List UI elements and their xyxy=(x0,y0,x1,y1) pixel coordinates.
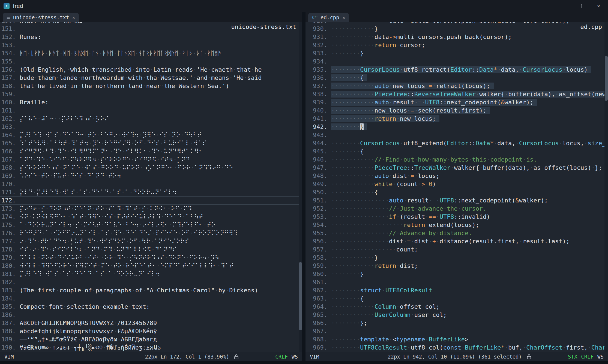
whitespace-dots: · xyxy=(588,344,591,351)
code-line-947[interactable]: 947.············PieceTree::TreeWalker·wa… xyxy=(306,164,608,172)
code-line-188[interactable]: 188.abcdefghijklmnopqrstuvwxyz·£©µÀÆÖÞßé… xyxy=(0,327,302,335)
pane-splitter[interactable] xyxy=(302,12,306,361)
code-line-177[interactable]: 177.⠔·⠹⠑·⠞⠗⠁⠙⠑⠲·⡃⠥⠞·⠹⠑·⠺⠊⠎⠙⠕⠍·⠕⠋·⠳⠗·⠁⠝⠊⠑… xyxy=(0,237,302,245)
code-token: ⠝⠕⠞ xyxy=(41,254,54,261)
tab-unicode-stress-txt[interactable]: ☰ unicode-stress.txt ✕ xyxy=(3,13,79,22)
code-line-955[interactable]: 955.················//·Advance·by·distan… xyxy=(306,229,608,237)
code-line-154[interactable]: 154.ᚻᛖ·ᚳᚹᚫᚦ·ᚦᚫᛏ·ᚻᛖ·ᛒᚢᛞᛖ·ᚩᚾ·ᚦᚫᛗ·ᛚᚪᚾᛞᛖ·ᚾᚩᚱ… xyxy=(0,49,302,57)
code-line-182[interactable]: 182. xyxy=(0,278,302,286)
right-scrollbar[interactable] xyxy=(604,22,608,352)
code-line-170[interactable]: 170. xyxy=(0,180,302,188)
code-line-189[interactable]: 189.–—‘“”„†•…‰™œŠŸž€·ΑΒΓΔΩαβγδω·АБВГДабв… xyxy=(0,335,302,344)
code-line-954[interactable]: 954.····················return·extend(lo… xyxy=(306,221,608,229)
code-line-939[interactable]: 939.············auto·result·=·UTF8::next… xyxy=(306,98,608,107)
code-line-944[interactable]: 944.········CursorLocus·utf8_extend(Edit… xyxy=(306,139,608,147)
code-line-152[interactable]: 152.Runes: xyxy=(0,33,302,41)
code-token: return xyxy=(403,222,425,228)
code-line-967[interactable]: 967. xyxy=(306,327,608,335)
code-line-163[interactable]: 163. xyxy=(0,123,302,131)
code-line-940[interactable]: 940.············new_locus·=·seek(result.… xyxy=(306,107,608,115)
code-line-179[interactable]: 179.⠩⠁⠇⠇·⠝⠕⠞·⠙⠊⠌⠥⠗⠃·⠊⠞⠂·⠕⠗·⠹⠑·⡊⠳⠝⠞⠗⠹⠰⠎·⠙… xyxy=(0,254,302,262)
code-line-169[interactable]: 169.⠡⠕⠎⠑·⠞⠕·⠏⠥⠞·⠙⠊⠎·⠙⠁⠝⠙·⠞⠕⠲ xyxy=(0,172,302,180)
code-line-945[interactable]: 945.········{ xyxy=(306,147,608,156)
code-line-946[interactable]: 946.············//·Find·out·how·many·byt… xyxy=(306,156,608,164)
code-line-953[interactable]: 953.················if·(result·==·UTF8::… xyxy=(306,213,608,221)
code-line-162[interactable]: 162.⡌⠁⠧⠑·⠼⠁⠒··⡍⠜⠇⠑⠹⠰⠎·⡣⠕⠌ xyxy=(0,115,302,123)
right-editor-viewport[interactable]: 929.················data->multi_cursors.… xyxy=(306,22,608,352)
code-line-941[interactable]: 941.············return·new_locus; xyxy=(306,115,608,123)
code-line-158[interactable]: 158.that·he·lived·in·the·northern·land·n… xyxy=(0,82,302,90)
right-scrollbar-thumb[interactable] xyxy=(605,56,608,101)
line-number: 937. xyxy=(312,82,327,90)
left-editor-viewport[interactable]: 150.እግርህን·በፍራሽህ·ልክ·ዘርጋ።151.152.Runes:153… xyxy=(0,22,302,352)
close-button[interactable]: ✕ xyxy=(589,0,608,12)
code-line-948[interactable]: 948.············auto·dist·=·locus; xyxy=(306,172,608,180)
code-line-962[interactable]: 962.········struct·UTF8ColResult xyxy=(306,286,608,295)
code-line-181[interactable]: 181.⡍⠜⠇⠑⠹·⠺⠁⠎·⠁⠎·⠙⠑⠁⠙·⠁⠎·⠁·⠙⠕⠕⠗⠤⠝⠁⠊⠇⠲ xyxy=(0,270,302,278)
code-line-166[interactable]: 166.⠎⠊⠛⠝⠫·⠃⠹·⠹⠑·⠊⠇⠻⠛⠹⠍⠁⠝⠂·⠹⠑·⠊⠇⠻⠅⠂·⠹⠑·⠥⠝… xyxy=(0,147,302,156)
code-line-959[interactable]: 959.············return·dist; xyxy=(306,262,608,270)
code-line-931[interactable]: 931.············data->multi_cursors.push… xyxy=(306,33,608,41)
code-line-952[interactable]: 952.················//·Just·advance·the·… xyxy=(306,205,608,213)
tab-close-icon[interactable]: ✕ xyxy=(343,15,345,20)
code-line-187[interactable]: 187.ABCDEFGHIJKLMNOPQRSTUVWXYZ·/01234567… xyxy=(0,319,302,327)
code-line-956[interactable]: 956.················dist·=·dist·+·distan… xyxy=(306,237,608,245)
code-line-164[interactable]: 164.⡍⠜⠇⠑⠹·⠺⠁⠎·⠙⠑⠁⠙⠒·⠞⠕·⠃⠑⠛⠔·⠺⠊⠹⠲·⡹⠻⠑·⠊⠎·… xyxy=(0,131,302,139)
code-line-180[interactable]: 180.⠺⠊⠇⠇·⠹⠻⠑⠋⠕⠗⠑·⠏⠻⠍⠊⠞·⠍⠑·⠞⠕·⠗⠑⠏⠑⠁⠞⠂·⠑⠍⠏… xyxy=(0,262,302,270)
code-token: :: xyxy=(407,164,414,171)
code-line-155[interactable]: 155. xyxy=(0,57,302,66)
code-line-934[interactable]: 934. xyxy=(306,57,608,66)
code-line-168[interactable]: 168.⡎⠊⠗⠕⠕⠛⠑⠰⠎·⠝⠁⠍⠑·⠺⠁⠎·⠛⠕⠕⠙·⠥⠏⠕⠝·⠰⡡⠁⠝⠛⠑⠂… xyxy=(0,164,302,172)
code-line-157[interactable]: 157.bude·thaem·lande·northweardum·with·t… xyxy=(0,74,302,82)
code-token: couple xyxy=(59,287,81,294)
code-line-935[interactable]: 935.········CursorLocus·utf8_retract(Edi… xyxy=(306,66,608,74)
code-line-153[interactable]: 153. xyxy=(0,41,302,49)
code-line-943[interactable]: 943. xyxy=(306,131,608,139)
code-line-965[interactable]: 965.············UserColumn·user_col; xyxy=(306,311,608,319)
minimize-button[interactable] xyxy=(552,0,570,12)
code-line-949[interactable]: 949.············while·(count·>·0) xyxy=(306,180,608,188)
code-line-156[interactable]: 156.(Old·English,·which·transcribed·into… xyxy=(0,66,302,74)
code-line-159[interactable]: 159. xyxy=(0,90,302,98)
code-line-960[interactable]: 960.········} xyxy=(306,270,608,278)
code-line-186[interactable]: 186. xyxy=(0,311,302,319)
code-line-184[interactable]: 184. xyxy=(0,295,302,303)
code-line-933[interactable]: 933.········} xyxy=(306,49,608,57)
code-line-171[interactable]: 171.⡕⠇⠙·⡍⠜⠇⠑⠹·⠺⠁⠎·⠁⠎·⠙⠑⠁⠙·⠁⠎·⠁·⠙⠕⠕⠗⠤⠝⠁⠊⠇… xyxy=(0,188,302,196)
tab-close-icon[interactable]: ✕ xyxy=(72,15,75,20)
code-line-176[interactable]: 176.⠗⠑⠛⠜⠙·⠁·⠊⠕⠋⠋⠔⠤⠝⠁⠊⠇·⠁⠎·⠹⠑·⠙⠑⠁⠙⠑⠌·⠏⠊⠑⠊… xyxy=(0,229,302,237)
code-line-968[interactable]: 968.········template·<typename·BufferLik… xyxy=(306,335,608,344)
code-line-930[interactable]: 930.············} xyxy=(306,25,608,33)
code-line-178[interactable]: 178.⠊⠎·⠔·⠹⠑·⠎⠊⠍⠊⠇⠑⠆·⠁⠝⠙·⠍⠹·⠥⠝⠙⠁⠇⠇⠪⠫·⠙⠁⠝⠙… xyxy=(0,245,302,254)
left-scrollbar[interactable] xyxy=(299,22,302,352)
code-line-942[interactable]: 942.········} xyxy=(306,123,608,131)
code-line-937[interactable]: 937.············auto·new_locus·=·retract… xyxy=(306,82,608,90)
code-line-951[interactable]: 951.················auto·result·=·UTF8::… xyxy=(306,196,608,205)
code-line-950[interactable]: 950.············{ xyxy=(306,188,608,196)
code-line-936[interactable]: 936.········{ xyxy=(306,74,608,82)
code-line-190[interactable]: 190.∀∂∈ℝ∧∪≡∞·↑↗↨↻⇣·┐┼╔╘░►☺♀·ﬁ�⑀₂ἠḂӥẄɐʒː⍎… xyxy=(0,344,302,352)
code-line-165[interactable]: 165.⠱⠁⠞⠑⠧⠻·⠁⠃⠳⠞·⠹⠁⠞⠲·⡹⠑·⠗⠑⠛⠊⠌⠻·⠕⠋·⠙⠊⠎·⠃⠥… xyxy=(0,139,302,147)
code-line-160[interactable]: 160.Braille: xyxy=(0,98,302,107)
code-line-172[interactable]: 172. xyxy=(0,196,302,205)
left-scrollbar-thumb[interactable] xyxy=(299,262,302,330)
code-line-966[interactable]: 966.········}; xyxy=(306,319,608,327)
code-line-932[interactable]: 932.············return·cursor; xyxy=(306,41,608,49)
code-line-174[interactable]: 174.⠪⠝·⠅⠝⠪⠇⠫⠛⠑⠂·⠱⠁⠞·⠹⠻⠑·⠊⠎·⠏⠜⠞⠊⠊⠥⠇⠜⠇⠹·⠙⠑… xyxy=(0,213,302,221)
code-line-963[interactable]: 963.········{ xyxy=(306,295,608,303)
code-line-929[interactable]: 929.················data->multi_cursors.… xyxy=(306,22,608,25)
code-line-161[interactable]: 161. xyxy=(0,107,302,115)
code-line-173[interactable]: 173.⡍⠔⠙⠖·⡊·⠙⠕⠝⠰⠞·⠍⠑⠁⠝·⠞⠕·⠎⠁⠹·⠹⠁⠞·⡊·⠅⠝⠪⠂·… xyxy=(0,205,302,213)
code-line-958[interactable]: 958.············} xyxy=(306,254,608,262)
code-line-167[interactable]: 167.⠁⠝⠙·⠹⠑·⠡⠊⠑⠋·⠍⠳⠗⠝⠻⠲·⡎⠊⠗⠕⠕⠛⠑·⠎⠊⠛⠝⠫·⠊⠞⠲… xyxy=(0,156,302,164)
tab-ed-cpp[interactable]: C++ ed.cpp ✕ xyxy=(308,13,349,22)
maximize-button[interactable] xyxy=(570,0,589,12)
code-line-183[interactable]: 183.(The·first·couple·of·paragraphs·of·"… xyxy=(0,286,302,295)
code-line-185[interactable]: 185.Compact·font·selection·example·text: xyxy=(0,303,302,311)
code-line-938[interactable]: 938.············PieceTree::ReverseTreeWa… xyxy=(306,90,608,98)
code-line-964[interactable]: 964.············Column·offset_col; xyxy=(306,303,608,311)
code-line-175[interactable]: 175.⠁·⠙⠕⠕⠗⠤⠝⠁⠊⠇⠲·⡊·⠍⠊⠣⠞·⠙⠁⠧⠑·⠃⠑⠲·⠔⠊⠇⠔⠫⠂·… xyxy=(0,221,302,229)
code-line-961[interactable]: 961. xyxy=(306,278,608,286)
code-line-969[interactable]: 969.········UTF8ColResult·utf8_col(const… xyxy=(306,344,608,352)
code-line-957[interactable]: 957.················--count; xyxy=(306,245,608,254)
